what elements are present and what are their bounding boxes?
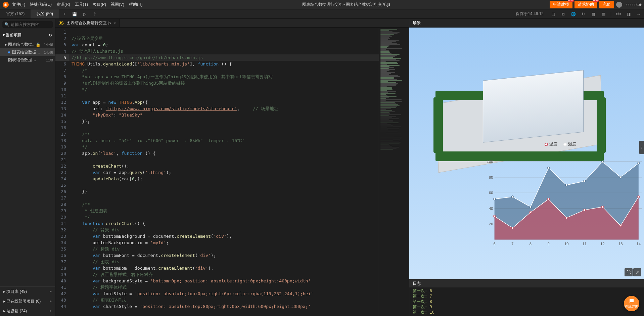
menu-item[interactable]: 项目(P) bbox=[93, 2, 106, 7]
svg-point-30 bbox=[530, 211, 532, 213]
svg-point-36 bbox=[638, 196, 640, 198]
file-tab-label: 图表结合数据进行交互.js bbox=[66, 20, 111, 26]
request-help-button[interactable]: 请求协助new bbox=[574, 1, 597, 8]
svg-text:100: 100 bbox=[487, 160, 493, 164]
search-input[interactable] bbox=[11, 22, 61, 27]
project-header: ▾ 当前项目 ⟳ bbox=[0, 30, 55, 40]
apply-model-button[interactable]: 申请建模new bbox=[550, 1, 572, 8]
code-editor[interactable]: //设置全局变量 var count = 0; // 动态引入ECharts.j… bbox=[69, 28, 379, 316]
search-box[interactable]: 🔍 bbox=[2, 21, 53, 28]
sidebar-bottom-item[interactable]: ▸ 项目库 (49)▸ bbox=[0, 287, 55, 297]
top-bar: ◉ 文件(F)快捷代码(C)资源(R)工具(T)项目(P)视图(V)帮助(H) … bbox=[0, 0, 644, 9]
close-icon[interactable]: × bbox=[640, 1, 642, 6]
online-chat-button[interactable]: 在线咨询 bbox=[624, 296, 639, 311]
log-body[interactable]: 第一次: 6第一次: 7第一次: 8第一次: 9第一次: 10 bbox=[409, 287, 644, 316]
file-tabs: JS 图表结合数据进行交互.js × bbox=[55, 19, 409, 28]
tree-item[interactable]: 图表结合数据进行...14:46 bbox=[0, 48, 55, 56]
tab-mine[interactable]: 我的 (50) bbox=[31, 9, 59, 18]
svg-point-31 bbox=[548, 198, 550, 200]
svg-text:7: 7 bbox=[511, 242, 513, 246]
svg-text:12: 12 bbox=[600, 242, 604, 246]
fullscreen-icon[interactable]: ⤢ bbox=[633, 268, 641, 276]
svg-point-20 bbox=[511, 196, 513, 198]
editor-pane: JS 图表结合数据进行交互.js × 123456789101112131415… bbox=[55, 19, 409, 316]
minimap[interactable] bbox=[379, 28, 409, 316]
log-header: 日志 bbox=[409, 279, 644, 287]
history-icon[interactable]: ↻ bbox=[581, 11, 586, 17]
window-title: 图表结合数据进行交互 - 图表结合数据进行交互.js bbox=[143, 2, 550, 7]
menu-item[interactable]: 资源(R) bbox=[56, 2, 70, 7]
cube-icon[interactable]: ◫ bbox=[550, 11, 556, 17]
js-file-icon: JS bbox=[59, 21, 64, 26]
panel-icon[interactable]: ◨ bbox=[626, 11, 631, 17]
menu-item[interactable]: 快捷代码(C) bbox=[30, 2, 52, 7]
search-icon: 🔍 bbox=[4, 22, 9, 27]
globe-icon[interactable]: 🌐 bbox=[570, 11, 576, 17]
code-icon[interactable]: </> bbox=[616, 11, 621, 17]
tree-item[interactable]: 图表结合数据进行...11/8 bbox=[0, 56, 55, 64]
svg-point-22 bbox=[548, 167, 550, 169]
grid-icon[interactable]: ▤ bbox=[601, 11, 606, 17]
svg-text:14: 14 bbox=[637, 242, 641, 246]
menu-item[interactable]: 文件(F) bbox=[12, 2, 25, 7]
avatar[interactable] bbox=[616, 2, 622, 8]
svg-point-32 bbox=[565, 217, 567, 219]
wrap-icon[interactable]: ⇥ bbox=[636, 11, 641, 17]
svg-point-21 bbox=[530, 206, 532, 208]
svg-text:60: 60 bbox=[489, 191, 493, 195]
sidebar-bottom: ▸ 项目库 (49)▸▸ 已在线部署项目 (0)▸▸ 垃圾箱 (24)▸ bbox=[0, 286, 55, 316]
svg-point-33 bbox=[584, 209, 586, 211]
sidebar-bottom-item[interactable]: ▸ 已在线部署项目 (0)▸ bbox=[0, 297, 55, 306]
svg-point-24 bbox=[584, 180, 586, 182]
menu-item[interactable]: 工具(T) bbox=[75, 2, 88, 7]
tree-item[interactable]: ▾图表结合数据... 🔒14:46 bbox=[0, 41, 55, 48]
menu-item[interactable]: 视图(V) bbox=[111, 2, 124, 7]
file-tab[interactable]: JS 图表结合数据进行交互.js × bbox=[55, 19, 120, 27]
svg-point-25 bbox=[601, 161, 603, 163]
svg-point-29 bbox=[511, 227, 513, 229]
username[interactable]: zzzzzker bbox=[626, 2, 641, 7]
copy-icon[interactable]: ⧉ bbox=[560, 11, 566, 17]
share-icon[interactable]: ⇪ bbox=[92, 11, 97, 17]
svg-text:6: 6 bbox=[494, 242, 496, 246]
sidebar: 🔍 ▾ 当前项目 ⟳ ▾图表结合数据... 🔒14:46图表结合数据进行...1… bbox=[0, 19, 55, 316]
layout-icon[interactable]: ▦ bbox=[591, 11, 596, 17]
svg-point-34 bbox=[601, 206, 603, 208]
svg-point-19 bbox=[494, 198, 496, 200]
sidebar-bottom-item[interactable]: ▸ 垃圾箱 (24)▸ bbox=[0, 306, 55, 316]
svg-point-35 bbox=[619, 225, 622, 227]
new-icon[interactable]: ＋ bbox=[62, 11, 67, 17]
svg-text:13: 13 bbox=[618, 242, 623, 246]
svg-text:20: 20 bbox=[489, 222, 493, 226]
scene-viewport[interactable]: › 温度 湿度 2040608010067891011121314 ⛶ ⤢ bbox=[409, 28, 644, 279]
right-pane: 场景 › 温度 湿度 2040608010067891011121314 ⛶ bbox=[409, 19, 644, 316]
save-time: 保存于14:46:12 bbox=[516, 11, 544, 17]
svg-text:11: 11 bbox=[583, 242, 587, 246]
svg-point-27 bbox=[638, 162, 640, 164]
menu-item[interactable]: 帮助(H) bbox=[129, 2, 143, 7]
svg-point-28 bbox=[494, 215, 496, 217]
tab-official[interactable]: 官方 (152) bbox=[0, 9, 31, 18]
chart-legend: 温度 湿度 bbox=[545, 141, 576, 147]
expand-icon[interactable]: ⛶ bbox=[625, 268, 633, 276]
log-pane: 日志 第一次: 6第一次: 7第一次: 8第一次: 9第一次: 10 bbox=[409, 279, 644, 316]
save-icon[interactable]: 💾 bbox=[72, 11, 77, 17]
close-tab-icon[interactable]: × bbox=[113, 21, 116, 26]
app-logo: ◉ bbox=[3, 2, 9, 8]
run-icon[interactable]: ▷ bbox=[82, 11, 87, 17]
area-chart: 2040608010067891011121314 bbox=[484, 148, 642, 249]
refresh-icon[interactable]: ⟳ bbox=[49, 33, 52, 38]
svg-text:9: 9 bbox=[547, 242, 549, 246]
svg-text:40: 40 bbox=[489, 207, 493, 211]
project-tree: ▾图表结合数据... 🔒14:46图表结合数据进行...14:46图表结合数据进… bbox=[0, 40, 55, 286]
main-menu: 文件(F)快捷代码(C)资源(R)工具(T)项目(P)视图(V)帮助(H) bbox=[12, 2, 143, 7]
recharge-button[interactable]: 充值 bbox=[599, 1, 614, 8]
svg-text:8: 8 bbox=[530, 242, 532, 246]
svg-text:10: 10 bbox=[564, 242, 568, 246]
svg-point-23 bbox=[565, 184, 567, 186]
svg-point-26 bbox=[619, 176, 622, 178]
project-source-tabs: 官方 (152) 我的 (50) ＋ 💾 ▷ ⇪ 保存于14:46:12 ◫ ⧉… bbox=[0, 9, 644, 19]
svg-text:80: 80 bbox=[489, 175, 493, 179]
line-gutter: 1234567891011121314151617181920212223242… bbox=[55, 28, 69, 316]
scene-header: 场景 bbox=[409, 19, 644, 28]
